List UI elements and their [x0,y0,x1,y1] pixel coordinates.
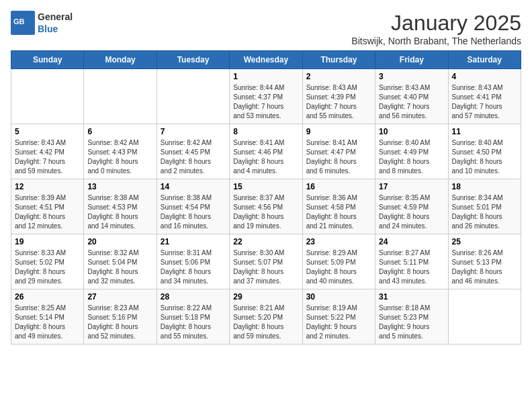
day-info: Sunrise: 8:30 AM Sunset: 5:07 PM Dayligh… [233,248,298,286]
calendar-cell: 16Sunrise: 8:36 AM Sunset: 4:58 PM Dayli… [302,179,375,234]
day-number: 5 [15,127,80,136]
calendar-cell: 8Sunrise: 8:41 AM Sunset: 4:46 PM Daylig… [230,124,302,179]
calendar-cell: 26Sunrise: 8:25 AM Sunset: 5:14 PM Dayli… [11,289,84,345]
header-row: Sunday Monday Tuesday Wednesday Thursday… [11,51,521,69]
page-header: GB General Blue January 2025 Bitswijk, N… [11,11,521,46]
day-info: Sunrise: 8:27 AM Sunset: 5:11 PM Dayligh… [379,248,444,286]
col-sunday: Sunday [11,51,84,69]
day-number: 26 [15,292,80,302]
day-info: Sunrise: 8:40 AM Sunset: 4:50 PM Dayligh… [452,138,517,176]
day-info: Sunrise: 8:38 AM Sunset: 4:54 PM Dayligh… [161,193,226,231]
col-saturday: Saturday [448,51,521,69]
day-number: 6 [87,127,152,136]
calendar-cell: 19Sunrise: 8:33 AM Sunset: 5:02 PM Dayli… [11,234,84,289]
day-number: 11 [452,127,517,136]
calendar-cell: 6Sunrise: 8:42 AM Sunset: 4:43 PM Daylig… [84,124,157,179]
day-number: 8 [233,127,298,136]
calendar-cell: 24Sunrise: 8:27 AM Sunset: 5:11 PM Dayli… [375,234,448,289]
day-number: 24 [379,237,444,246]
day-info: Sunrise: 8:41 AM Sunset: 4:47 PM Dayligh… [306,138,371,176]
day-number: 25 [452,237,517,246]
day-info: Sunrise: 8:19 AM Sunset: 5:22 PM Dayligh… [306,304,371,341]
day-number: 14 [161,182,226,191]
col-wednesday: Wednesday [230,51,302,69]
day-number: 23 [306,237,371,246]
day-info: Sunrise: 8:37 AM Sunset: 4:56 PM Dayligh… [233,193,298,231]
day-info: Sunrise: 8:44 AM Sunset: 4:37 PM Dayligh… [233,83,298,121]
day-info: Sunrise: 8:18 AM Sunset: 5:23 PM Dayligh… [379,304,444,341]
calendar-cell: 27Sunrise: 8:23 AM Sunset: 5:16 PM Dayli… [84,289,157,345]
calendar-cell [448,289,521,345]
calendar-body: 1Sunrise: 8:44 AM Sunset: 4:37 PM Daylig… [11,69,521,345]
day-number: 30 [306,292,371,302]
calendar-cell: 13Sunrise: 8:38 AM Sunset: 4:53 PM Dayli… [84,179,157,234]
calendar-week-4: 19Sunrise: 8:33 AM Sunset: 5:02 PM Dayli… [11,234,521,289]
day-info: Sunrise: 8:35 AM Sunset: 4:59 PM Dayligh… [379,193,444,231]
day-number: 9 [306,127,371,136]
logo-text-blue: Blue [38,24,58,34]
day-info: Sunrise: 8:25 AM Sunset: 5:14 PM Dayligh… [15,304,80,341]
calendar-cell: 23Sunrise: 8:29 AM Sunset: 5:09 PM Dayli… [302,234,375,289]
day-number: 7 [161,127,226,136]
calendar-cell: 25Sunrise: 8:26 AM Sunset: 5:13 PM Dayli… [448,234,521,289]
day-number: 15 [233,182,298,191]
calendar-cell: 14Sunrise: 8:38 AM Sunset: 4:54 PM Dayli… [157,179,229,234]
calendar-cell: 17Sunrise: 8:35 AM Sunset: 4:59 PM Dayli… [375,179,448,234]
calendar-week-3: 12Sunrise: 8:39 AM Sunset: 4:51 PM Dayli… [11,179,521,234]
day-info: Sunrise: 8:33 AM Sunset: 5:02 PM Dayligh… [15,248,80,286]
day-number: 10 [379,127,444,136]
calendar-week-2: 5Sunrise: 8:43 AM Sunset: 4:42 PM Daylig… [11,124,521,179]
calendar-cell: 12Sunrise: 8:39 AM Sunset: 4:51 PM Dayli… [11,179,84,234]
day-number: 3 [379,72,444,81]
day-info: Sunrise: 8:21 AM Sunset: 5:20 PM Dayligh… [233,304,298,341]
day-info: Sunrise: 8:42 AM Sunset: 4:43 PM Dayligh… [87,138,152,176]
logo-icon: GB [11,11,35,35]
calendar-cell: 5Sunrise: 8:43 AM Sunset: 4:42 PM Daylig… [11,124,84,179]
day-info: Sunrise: 8:43 AM Sunset: 4:39 PM Dayligh… [306,83,371,121]
day-number: 28 [161,292,226,302]
calendar-header: Sunday Monday Tuesday Wednesday Thursday… [11,51,521,69]
day-info: Sunrise: 8:43 AM Sunset: 4:41 PM Dayligh… [452,83,517,121]
day-info: Sunrise: 8:29 AM Sunset: 5:09 PM Dayligh… [306,248,371,286]
calendar-table: Sunday Monday Tuesday Wednesday Thursday… [11,50,521,345]
calendar-cell: 29Sunrise: 8:21 AM Sunset: 5:20 PM Dayli… [230,289,302,345]
day-number: 12 [15,182,80,191]
day-info: Sunrise: 8:38 AM Sunset: 4:53 PM Dayligh… [87,193,152,231]
calendar-cell: 20Sunrise: 8:32 AM Sunset: 5:04 PM Dayli… [84,234,157,289]
calendar-cell: 31Sunrise: 8:18 AM Sunset: 5:23 PM Dayli… [375,289,448,345]
calendar-cell: 21Sunrise: 8:31 AM Sunset: 5:06 PM Dayli… [157,234,229,289]
day-info: Sunrise: 8:42 AM Sunset: 4:45 PM Dayligh… [161,138,226,176]
day-info: Sunrise: 8:32 AM Sunset: 5:04 PM Dayligh… [87,248,152,286]
day-info: Sunrise: 8:41 AM Sunset: 4:46 PM Dayligh… [233,138,298,176]
svg-text:GB: GB [13,17,25,26]
calendar-cell: 18Sunrise: 8:34 AM Sunset: 5:01 PM Dayli… [448,179,521,234]
day-number: 27 [87,292,152,302]
col-monday: Monday [84,51,157,69]
day-info: Sunrise: 8:43 AM Sunset: 4:42 PM Dayligh… [15,138,80,176]
calendar-cell: 1Sunrise: 8:44 AM Sunset: 4:37 PM Daylig… [230,69,302,124]
day-number: 20 [87,237,152,246]
day-number: 1 [233,72,298,81]
calendar-cell: 9Sunrise: 8:41 AM Sunset: 4:47 PM Daylig… [302,124,375,179]
calendar-cell [11,69,84,124]
col-thursday: Thursday [302,51,375,69]
day-number: 4 [452,72,517,81]
day-number: 19 [15,237,80,246]
calendar-cell: 4Sunrise: 8:43 AM Sunset: 4:41 PM Daylig… [448,69,521,124]
day-info: Sunrise: 8:43 AM Sunset: 4:40 PM Dayligh… [379,83,444,121]
calendar-cell: 10Sunrise: 8:40 AM Sunset: 4:49 PM Dayli… [375,124,448,179]
col-tuesday: Tuesday [157,51,229,69]
day-info: Sunrise: 8:23 AM Sunset: 5:16 PM Dayligh… [87,304,152,341]
day-number: 17 [379,182,444,191]
calendar-cell [157,69,229,124]
day-info: Sunrise: 8:36 AM Sunset: 4:58 PM Dayligh… [306,193,371,231]
col-friday: Friday [375,51,448,69]
calendar-cell: 15Sunrise: 8:37 AM Sunset: 4:56 PM Dayli… [230,179,302,234]
logo-text-general: General [38,11,73,22]
day-number: 31 [379,292,444,302]
day-number: 21 [161,237,226,246]
calendar-cell: 28Sunrise: 8:22 AM Sunset: 5:18 PM Dayli… [157,289,229,345]
logo: GB General Blue [11,11,73,35]
day-number: 2 [306,72,371,81]
calendar-cell: 30Sunrise: 8:19 AM Sunset: 5:22 PM Dayli… [302,289,375,345]
